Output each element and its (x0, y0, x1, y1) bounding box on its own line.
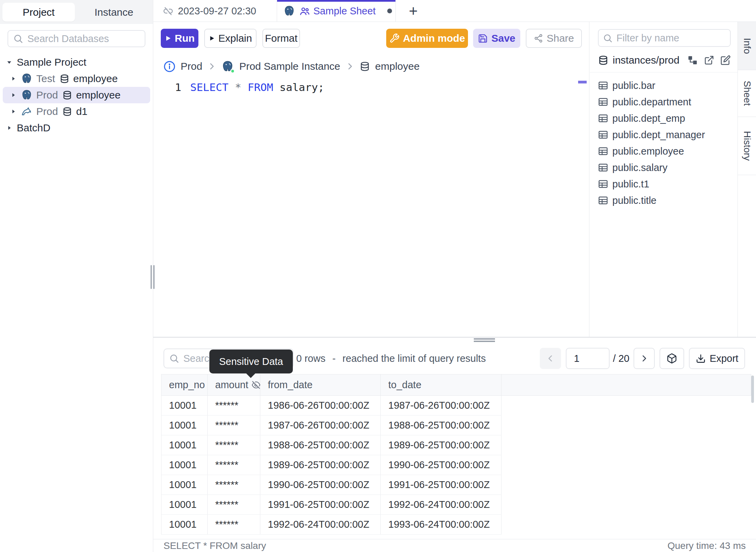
table-row[interactable]: 10001******1991-06-25T00:00:00Z1992-06-2… (161, 495, 501, 515)
postgres-icon (221, 60, 234, 73)
info-icon[interactable] (164, 61, 175, 73)
table-list-item[interactable]: public.t1 (590, 176, 738, 192)
export-button[interactable]: Export (689, 348, 745, 369)
table-list-item[interactable]: public.department (590, 94, 738, 110)
sidebar: Project Instance Sample Project Test emp… (0, 0, 153, 552)
external-link-icon[interactable] (704, 55, 714, 65)
dash: - (332, 353, 336, 364)
table-name: public.salary (612, 162, 667, 173)
chevron-down-icon[interactable] (7, 60, 12, 65)
sql-editor[interactable]: 1 SELECT * FROM salary; (153, 79, 589, 95)
save-button[interactable]: Save (473, 29, 520, 48)
chevron-right-icon[interactable] (7, 126, 12, 130)
table-icon (598, 97, 608, 107)
filter-by-name-input[interactable] (616, 32, 726, 44)
tab-instance[interactable]: Instance (77, 3, 151, 22)
column-header: to_date (381, 374, 501, 395)
sql-identifier: salary; (279, 81, 324, 93)
table-list-item[interactable]: public.bar (590, 77, 738, 94)
results-scrollbar[interactable] (751, 376, 754, 403)
table-row[interactable]: 10001******1989-06-25T00:00:00Z1990-06-2… (161, 455, 501, 475)
column-header: emp_no (161, 374, 208, 395)
sensitive-data-tooltip: Sensitive Data (209, 350, 293, 373)
table-name: public.employee (612, 146, 684, 157)
chevron-right-icon[interactable] (11, 76, 16, 81)
new-tab-button[interactable]: + (401, 0, 425, 22)
tab-sample-sheet[interactable]: Sample Sheet (277, 0, 396, 22)
breadcrumb-environment[interactable]: Prod (181, 61, 202, 72)
edit-icon[interactable] (720, 55, 731, 65)
table-list: public.bar public.department public.dept… (590, 77, 738, 209)
results-panel: 0 rows - reached the limit of query resu… (153, 337, 756, 552)
admin-mode-button[interactable]: Admin mode (386, 29, 468, 48)
table-icon (598, 113, 608, 123)
tree-item-sample-project[interactable]: Sample Project (0, 54, 153, 70)
admin-mode-label: Admin mode (403, 32, 465, 44)
database-tree: Sample Project Test employee Prod employ… (0, 54, 153, 136)
connection-source-label: instances/prod (613, 54, 681, 66)
column-header-empty (501, 374, 751, 395)
tree-item-test-employee[interactable]: Test employee (0, 70, 153, 87)
cube-icon (666, 353, 677, 364)
column-header: amount (208, 374, 260, 395)
shared-users-icon (299, 6, 310, 16)
unsaved-dot (387, 9, 392, 13)
table-list-item[interactable]: public.title (590, 192, 738, 209)
sql-editor-app: Project Instance Sample Project Test emp… (0, 0, 756, 552)
search-icon (169, 353, 179, 364)
table-row[interactable]: 10001******1990-06-25T00:00:00Z1991-06-2… (161, 475, 501, 495)
table-name: public.department (612, 96, 691, 108)
tab-history[interactable]: History (738, 117, 756, 175)
project-label: Sample Project (17, 56, 86, 68)
chevron-right-icon[interactable] (11, 93, 16, 97)
database-search[interactable] (8, 30, 145, 47)
results-resize-handle[interactable] (474, 338, 495, 340)
data-masking-button[interactable] (660, 348, 684, 369)
tree-item-batchd[interactable]: BatchD (0, 120, 153, 136)
tab-label: 2023-09-27 02:30 (178, 5, 256, 17)
sql-line[interactable]: SELECT * FROM salary; (153, 79, 589, 95)
postgres-icon (283, 5, 295, 17)
page-number-input[interactable] (566, 348, 610, 369)
table-list-item[interactable]: public.dept_manager (590, 127, 738, 143)
save-label: Save (491, 32, 515, 44)
eye-off-icon[interactable] (251, 380, 261, 390)
table-list-item[interactable]: public.employee (590, 143, 738, 159)
database-label: employee (73, 73, 118, 84)
table-icon (598, 162, 608, 173)
tab-label: Sample Sheet (313, 5, 376, 17)
results-resize-handle[interactable] (474, 341, 495, 342)
table-list-item[interactable]: public.salary (590, 159, 738, 176)
table-name: public.dept_manager (612, 129, 705, 141)
explain-button[interactable]: Explain (204, 29, 257, 48)
table-icon (598, 146, 608, 156)
tab-project[interactable]: Project (2, 3, 75, 22)
next-page-button[interactable] (634, 348, 655, 369)
schema-diagram-icon[interactable] (688, 55, 698, 65)
sidebar-resize-handle[interactable] (153, 265, 155, 289)
table-row[interactable]: 10001******1987-06-26T00:00:00Z1988-06-2… (161, 416, 501, 435)
database-label: d1 (76, 106, 87, 117)
table-list-item[interactable]: public.dept_emp (590, 110, 738, 127)
tree-item-prod-d1[interactable]: Prod d1 (0, 103, 153, 120)
tab-sheet[interactable]: Sheet (738, 70, 756, 117)
results-status-bar: SELECT * FROM salary Query time: 43 ms (153, 539, 756, 552)
table-filter[interactable] (598, 29, 731, 47)
search-databases-input[interactable] (27, 33, 140, 44)
table-row[interactable]: 10001******1986-06-26T00:00:00Z1987-06-2… (161, 396, 501, 416)
sidebar-resize-handle[interactable] (151, 265, 152, 289)
tab-query-history-sheet[interactable]: 2023-09-27 02:30 (153, 0, 277, 22)
table-row[interactable]: 10001******1988-06-25T00:00:00Z1989-06-2… (161, 435, 501, 455)
run-button[interactable]: Run (161, 29, 198, 48)
tree-item-prod-employee[interactable]: Prod employee (3, 87, 150, 103)
prev-page-button[interactable] (540, 348, 561, 369)
run-label: Run (175, 32, 195, 44)
chevron-right-icon[interactable] (11, 109, 16, 114)
share-button[interactable]: Share (526, 29, 582, 48)
breadcrumb-instance[interactable]: Prod Sample Instance (239, 61, 340, 72)
tab-info[interactable]: Info (738, 22, 756, 70)
format-button[interactable]: Format (262, 29, 300, 48)
share-icon (534, 34, 543, 43)
table-row[interactable]: 10001******1992-06-24T00:00:00Z1993-06-2… (161, 515, 501, 535)
breadcrumb-database[interactable]: employee (375, 61, 420, 72)
